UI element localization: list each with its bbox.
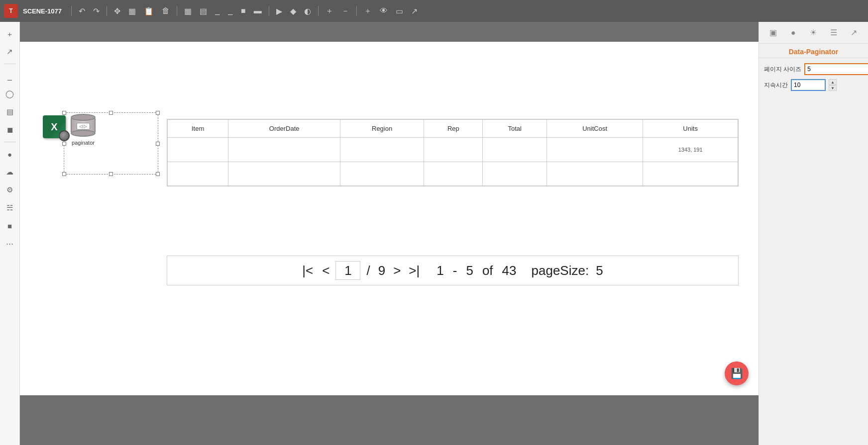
cell-region-2 <box>340 162 424 186</box>
grid-icon-2[interactable]: ▤ <box>197 4 210 18</box>
rp-tab-palette[interactable]: ● <box>786 25 801 40</box>
db-top <box>71 114 96 121</box>
db-code-badge: ◁ ▷ <box>77 123 90 130</box>
of-label: of <box>480 263 495 278</box>
range-dash: - <box>451 263 459 278</box>
sidebar-storage-icon[interactable]: ● <box>2 146 18 162</box>
share-icon-top[interactable]: ↗ <box>409 4 420 18</box>
next-page-btn[interactable]: > <box>391 263 403 278</box>
app-logo: T <box>4 4 18 18</box>
col-header-item: Item <box>168 120 228 138</box>
col-header-region: Region <box>340 120 424 138</box>
right-panel: ▣ ● ☀ ☰ ↗ Data-Paginator 페이지 사이즈 지속시간 ▲ … <box>759 22 868 445</box>
table-row-1: 1343, 191 <box>168 138 738 162</box>
paginator-label: paginator <box>71 140 96 146</box>
preview-icon[interactable]: 👁 <box>377 4 390 17</box>
scale-down-icon[interactable]: － <box>339 4 352 18</box>
distribute-icon[interactable]: ▬ <box>251 4 264 17</box>
duration-decrement[interactable]: ▼ <box>829 85 837 91</box>
animate-icon[interactable]: ◆ <box>288 4 299 18</box>
rp-tab-database[interactable]: ☀ <box>806 25 821 40</box>
cell-rep-2 <box>424 162 483 186</box>
page-size-label: 페이지 사이즈 <box>764 65 801 74</box>
save-icon: 💾 <box>731 367 743 379</box>
sidebar-more-icon[interactable]: ⋯ <box>2 236 18 252</box>
page-separator: / <box>364 263 372 278</box>
add-icon[interactable]: ＋ <box>361 4 374 18</box>
toolbar-separator-5 <box>318 6 319 16</box>
first-page-btn[interactable]: |< <box>300 263 315 278</box>
cell-item-2 <box>168 162 228 186</box>
sidebar-archive-icon[interactable]: ■ <box>2 218 18 234</box>
col-header-total: Total <box>483 120 547 138</box>
page-size-input[interactable] <box>804 63 868 75</box>
page-size-label-bar: pageSize: <box>530 263 591 278</box>
sidebar-table-icon[interactable]: ◼ <box>2 122 18 138</box>
split-v-icon[interactable]: ⎯ <box>213 4 222 17</box>
canvas-content[interactable]: X ◁ ▷ <box>20 42 759 445</box>
rp-tab-select[interactable]: ▣ <box>765 25 780 40</box>
sidebar-separator-1 <box>4 64 16 64</box>
duration-spinner: ▲ ▼ <box>829 79 837 91</box>
frame-icon[interactable]: ▭ <box>393 4 406 18</box>
last-page-btn[interactable]: >| <box>407 263 422 278</box>
center-icon[interactable]: ■ <box>238 4 248 17</box>
duration-input[interactable] <box>791 79 826 91</box>
transform-icon[interactable]: ◐ <box>302 4 314 18</box>
canvas-top-bar <box>20 22 759 42</box>
table-row-2 <box>168 162 738 186</box>
right-panel-title: Data-Paginator <box>759 44 868 58</box>
undo-icon[interactable]: ↶ <box>76 4 88 18</box>
rp-tab-sliders[interactable]: ☰ <box>826 25 841 40</box>
save-button[interactable]: 💾 <box>725 361 749 385</box>
total-pages: 9 <box>376 263 387 278</box>
toolbar-separator-1 <box>71 6 72 16</box>
duration-row: 지속시간 ▲ ▼ <box>764 79 863 91</box>
sidebar-shape-icon[interactable]: ◯ <box>2 86 18 102</box>
sidebar-separator-2 <box>4 142 16 142</box>
copy-icon[interactable]: ▦ <box>126 4 138 18</box>
cell-orderdate-1 <box>228 138 340 162</box>
paste-icon[interactable]: 📋 <box>141 4 156 18</box>
db-cylinder-icon: ◁ ▷ <box>71 114 96 137</box>
range-end: 5 <box>464 263 475 278</box>
rp-tab-share[interactable]: ↗ <box>847 25 862 40</box>
toolbar-separator-4 <box>269 6 269 16</box>
cell-units-2 <box>643 162 738 186</box>
right-panel-tabs: ▣ ● ☀ ☰ ↗ <box>759 22 868 44</box>
sidebar-cloud-icon[interactable]: ☁ <box>2 164 18 180</box>
cell-unitcost-2 <box>546 162 643 186</box>
db-bottom <box>71 130 96 137</box>
duration-increment[interactable]: ▲ <box>829 79 837 85</box>
toolbar-separator-6 <box>356 6 357 16</box>
sidebar-gear-icon[interactable]: ⚙ <box>2 182 18 198</box>
sidebar-add-node[interactable]: + <box>2 26 18 42</box>
pagination-bar: |< < 1 / 9 > >| 1 - 5 of 43 pageSize: 5 <box>167 256 739 285</box>
sidebar-layers-icon[interactable]: ☵ <box>2 200 18 216</box>
cell-region-1 <box>340 138 424 162</box>
prev-page-btn[interactable]: < <box>320 263 331 278</box>
sidebar-line-icon[interactable]: ⎯ <box>2 68 18 84</box>
data-table: Item OrderDate Region Rep Total UnitCost… <box>167 119 738 186</box>
cell-total-1 <box>483 138 547 162</box>
sidebar-chart-icon[interactable]: ▤ <box>2 104 18 120</box>
scale-up-icon[interactable]: ＋ <box>323 4 336 18</box>
cell-unitcost-1 <box>546 138 643 162</box>
page-size-row: 페이지 사이즈 <box>764 63 863 75</box>
delete-icon[interactable]: 🗑 <box>159 4 172 17</box>
play-icon[interactable]: ▶ <box>274 4 285 18</box>
split-h-icon[interactable]: ⎯ <box>225 4 235 17</box>
left-sidebar: + ↗ ⎯ ◯ ▤ ◼ ● ☁ ⚙ ☵ ■ ⋯ <box>0 22 20 445</box>
move-icon[interactable]: ✥ <box>111 4 123 18</box>
cell-total-2 <box>483 162 547 186</box>
sidebar-arrow-icon[interactable]: ↗ <box>2 44 18 60</box>
redo-icon[interactable]: ↷ <box>91 4 102 18</box>
cell-orderdate-2 <box>228 162 340 186</box>
duration-label: 지속시간 <box>764 81 788 89</box>
paginator-component[interactable]: ◁ ▷ paginator <box>71 114 96 146</box>
grid-icon-1[interactable]: ▦ <box>182 4 194 18</box>
toolbar-separator-3 <box>177 6 177 16</box>
col-header-orderdate: OrderDate <box>228 120 340 138</box>
col-header-units: Units <box>643 120 738 138</box>
current-page-input[interactable]: 1 <box>335 261 360 280</box>
